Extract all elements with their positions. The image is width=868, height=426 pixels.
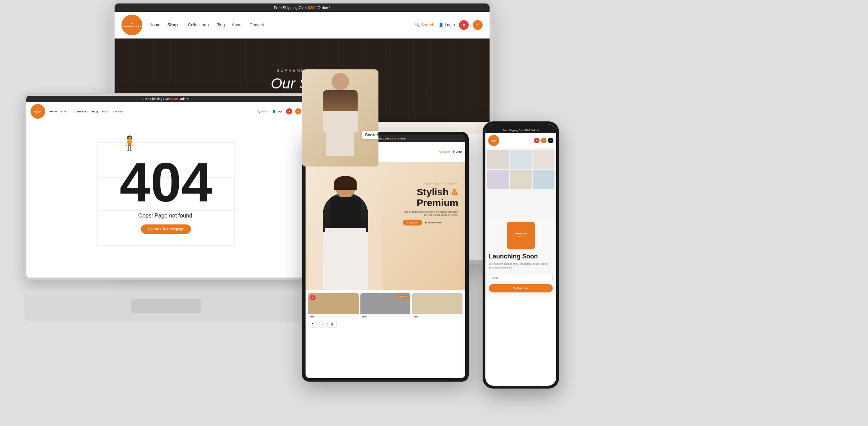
search-label: Search bbox=[421, 23, 434, 27]
product-image bbox=[412, 293, 462, 314]
laptop-search-btn[interactable]: 🔍 Search bbox=[257, 110, 270, 113]
shop-now-button[interactable]: Shop Now bbox=[403, 220, 422, 225]
model-bg bbox=[302, 69, 378, 167]
scorch-label: Scorch bbox=[362, 131, 378, 139]
laptop-shipping-bar: Free Shipping Over $200 Orders! bbox=[26, 96, 306, 102]
tablet-search[interactable]: 🔍 Search bbox=[439, 151, 450, 153]
launching-desc: Lorem ipsum dolor sit amet, consectetur … bbox=[489, 262, 553, 270]
laptop-wishlist[interactable]: ♥ bbox=[286, 108, 292, 114]
tablet-hero-buttons: Shop Now ▶ Watch Video bbox=[403, 220, 458, 225]
error-person-figure: 🧍 bbox=[121, 135, 138, 151]
nav-home[interactable]: Home bbox=[149, 23, 160, 27]
tablet-device: Free Shipping Over $300 Orders! ✦ SUPREM… bbox=[302, 132, 469, 382]
product-info: Item bbox=[360, 314, 411, 319]
launching-section: LAUNCHINGSOON Launching Soon Lorem ipsum… bbox=[485, 218, 556, 297]
email-input[interactable] bbox=[489, 274, 553, 281]
product-wishlist[interactable]: ♥ bbox=[310, 295, 316, 300]
gallery-item bbox=[510, 150, 532, 169]
tablet-hero-text: SUPREME STORE Stylish & Premium Lorem ip… bbox=[403, 183, 458, 225]
product-card: ♥ Item bbox=[308, 293, 359, 319]
monitor-shipping-bar: Free Shipping Over $200 Orders! bbox=[115, 3, 490, 12]
product-image bbox=[308, 293, 359, 314]
watch-video-button[interactable]: ▶ Watch Video bbox=[425, 220, 441, 225]
error-code: 404 bbox=[120, 154, 212, 210]
laptop-nav-shop[interactable]: Shop ↓ bbox=[61, 110, 69, 113]
laptop-frame: Free Shipping Over $200 Orders! ✦ SUPREM… bbox=[24, 93, 308, 280]
laptop-navbar: ✦ SUPREMESTORE Home Shop ↓ Collection ↓ … bbox=[26, 102, 306, 121]
laptop-login-btn[interactable]: 👤 Login bbox=[272, 110, 283, 113]
gallery-shelf bbox=[485, 148, 556, 190]
mobile-shipping-text: Free Shipping Over $200 Orders! bbox=[503, 129, 539, 131]
nav-collection[interactable]: Collection ↓ bbox=[188, 23, 209, 27]
filter-row: ▼ ○ 🍎 bbox=[308, 321, 462, 328]
laptop-screen: Free Shipping Over $200 Orders! ✦ SUPREM… bbox=[26, 96, 306, 278]
mobile-cart[interactable]: ⊙ bbox=[541, 138, 546, 143]
filter-dropdown[interactable]: ▼ bbox=[308, 321, 317, 328]
nav-about[interactable]: About bbox=[232, 23, 242, 27]
mobile-notch bbox=[510, 124, 531, 128]
gallery-item bbox=[533, 170, 554, 189]
launching-title: Launching Soon bbox=[489, 253, 553, 260]
error-message: Oops! Page not found! bbox=[138, 213, 194, 219]
play-icon: ▶ bbox=[425, 221, 427, 224]
hero-title-line2: Premium bbox=[417, 197, 458, 208]
login-label: Login bbox=[445, 23, 455, 27]
laptop-nav-right: 🔍 Search 👤 Login ♥ ≡ bbox=[257, 108, 301, 114]
tablet-hero-title: Stylish & Premium bbox=[403, 187, 458, 208]
gallery-item bbox=[487, 170, 509, 189]
tablet-frame: Free Shipping Over $300 Orders! ✦ SUPREM… bbox=[302, 132, 469, 382]
mobile-frame: Free Shipping Over $200 Orders! ✦ SUPREM… bbox=[483, 121, 559, 389]
nav-contact[interactable]: Contact bbox=[250, 23, 264, 27]
wishlist-icon[interactable]: ♥ bbox=[459, 20, 469, 30]
product-info: Item bbox=[412, 314, 462, 319]
search-icon: 🔍 bbox=[415, 23, 420, 27]
view-toggle[interactable]: ○ bbox=[319, 321, 326, 328]
mobile-menu[interactable]: ≡ bbox=[548, 138, 553, 143]
mobile-gallery bbox=[485, 148, 556, 218]
subscribe-button[interactable]: Subscribe bbox=[489, 284, 553, 292]
monitor-navbar: ✦ SUPREME STORE Home Shop ↓ Collection ↓… bbox=[115, 12, 490, 39]
model-figure bbox=[309, 172, 382, 290]
laptop-shipping-amount: $200 bbox=[171, 97, 178, 101]
gallery-item bbox=[533, 150, 554, 169]
shipping-amount: $200 bbox=[308, 6, 316, 10]
tablet-hero: SUPREME STORE Stylish & Premium Lorem ip… bbox=[306, 162, 465, 290]
launching-logo: LAUNCHINGSOON bbox=[507, 222, 535, 249]
mobile-navbar: ✦ SUPREMESTORE ♥ ⊙ ≡ bbox=[485, 133, 556, 148]
menu-icon[interactable]: ≡ bbox=[473, 20, 483, 30]
floating-product-image: Scorch bbox=[302, 69, 378, 167]
brand-filter[interactable]: 🍎 bbox=[327, 321, 337, 328]
search-button[interactable]: 🔍 Search bbox=[415, 23, 434, 27]
nav-shop[interactable]: Shop ↓ bbox=[167, 23, 181, 27]
tablet-login[interactable]: 👤 Login bbox=[452, 151, 462, 153]
monitor-nav-right: 🔍 Search 👤 Login ♥ ≡ bbox=[415, 20, 483, 30]
mobile-logo: ✦ SUPREMESTORE bbox=[488, 135, 499, 146]
monitor-nav-links: Home Shop ↓ Collection ↓ Blog About Cont… bbox=[149, 23, 408, 27]
model-legs bbox=[326, 132, 354, 156]
laptop-menu[interactable]: ≡ bbox=[295, 108, 301, 114]
laptop-nav-blog[interactable]: Blog bbox=[92, 110, 98, 113]
mobile-wishlist[interactable]: ♥ bbox=[534, 138, 540, 143]
gallery-item bbox=[487, 150, 509, 169]
monitor-logo-text: SUPREME STORE bbox=[123, 25, 141, 28]
laptop-nav-collection[interactable]: Collection ↓ bbox=[74, 110, 88, 113]
login-button[interactable]: 👤 Login bbox=[439, 23, 455, 27]
laptop-nav-contact[interactable]: Contact bbox=[114, 110, 123, 113]
product-grid: ♥ Item 50% OFF Item Item ▼ bbox=[306, 290, 465, 331]
tablet-screen: Free Shipping Over $300 Orders! ✦ SUPREM… bbox=[306, 135, 465, 378]
product-info: Item bbox=[308, 314, 359, 319]
model-head bbox=[332, 73, 349, 90]
laptop-logo-text: SUPREMESTORE bbox=[34, 111, 41, 114]
product-row-1: ♥ Item 50% OFF Item Item bbox=[308, 293, 462, 319]
product-card: Item bbox=[412, 293, 462, 319]
user-icon: 👤 bbox=[439, 23, 444, 27]
mobile-logo-text: SUPREMESTORE bbox=[491, 140, 496, 143]
laptop-nav-about[interactable]: About bbox=[102, 110, 109, 113]
tablet-model bbox=[309, 172, 382, 290]
tablet-hero-desc: Lorem ipsum dolor sit amet, consectetur … bbox=[403, 210, 458, 217]
laptop-nav-home[interactable]: Home bbox=[49, 110, 57, 113]
mobile-nav-right: ♥ ⊙ ≡ bbox=[534, 138, 553, 143]
nav-blog[interactable]: Blog bbox=[216, 23, 225, 27]
gallery-item bbox=[510, 170, 532, 189]
go-home-button[interactable]: Go Back To Homepage bbox=[141, 224, 191, 234]
